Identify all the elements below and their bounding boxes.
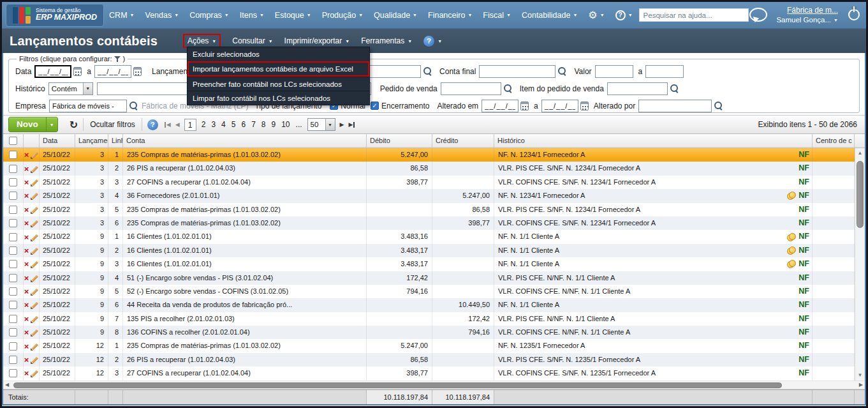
horizontal-scrollbar[interactable]: ◀ ▶ — [3, 381, 865, 389]
delete-row-icon[interactable]: × — [24, 219, 29, 227]
search-icon[interactable] — [503, 84, 513, 93]
historico-operator-select[interactable]: Contém▼ — [48, 82, 93, 95]
delete-row-icon[interactable]: × — [24, 233, 29, 241]
table-row[interactable]: ×25/10/2236235 Compras de matérias-prima… — [3, 216, 865, 230]
page-3[interactable]: 3 — [210, 120, 216, 129]
delete-row-icon[interactable]: × — [24, 192, 29, 200]
row-checkbox[interactable] — [9, 178, 17, 186]
settings-menu[interactable]: ⚙▼ — [588, 10, 604, 20]
first-page-button[interactable]: ◀ — [165, 121, 171, 128]
nf-badge[interactable]: NF — [798, 285, 809, 298]
nf-badge[interactable]: NF — [798, 339, 809, 352]
horizontal-scroll-thumb[interactable] — [13, 382, 782, 388]
menu-item-excluir-selecionados[interactable]: Excluir selecionados — [188, 47, 369, 61]
logout-power-icon[interactable] — [848, 9, 860, 20]
ferramentas-menu-button[interactable]: Ferramentas▼ — [361, 36, 412, 45]
filters-legend[interactable]: Filtros (clique para configurar:) — [17, 55, 128, 63]
novo-split-arrow[interactable]: ▼ — [46, 117, 57, 132]
row-checkbox[interactable] — [9, 260, 17, 268]
delete-row-icon[interactable]: × — [24, 328, 29, 336]
menu-item-limpar-fato-contabil[interactable]: Limpar fato contábil nos LCs selecionado… — [188, 91, 369, 105]
page-2[interactable]: 2 — [201, 120, 207, 129]
refresh-icon[interactable]: ↻ — [64, 119, 83, 131]
page-help-button[interactable]: ?▼ — [423, 36, 442, 47]
scroll-left-icon[interactable]: ◀ — [5, 381, 9, 389]
menu-item-preencher-fato-contabil[interactable]: Preencher fato contábil nos LCs selecion… — [188, 77, 369, 91]
item-pedido-input[interactable] — [607, 82, 668, 95]
delete-row-icon[interactable]: × — [24, 342, 29, 351]
topbar-menu-compras[interactable]: Compras▼ — [189, 11, 229, 20]
delete-row-icon[interactable]: × — [24, 151, 29, 159]
user-menu[interactable]: Samuel Gonça...▼ — [776, 15, 838, 26]
search-icon[interactable] — [670, 84, 679, 93]
delete-row-icon[interactable]: × — [24, 287, 29, 296]
edit-row-icon[interactable] — [30, 301, 38, 309]
nf-badge[interactable]: NF — [798, 203, 809, 216]
page-9[interactable]: 9 — [271, 120, 277, 129]
topbar-menu-financeiro[interactable]: Financeiro▼ — [428, 11, 472, 20]
table-row[interactable]: ×25/10/22121235 Compras de matérias-prim… — [3, 339, 865, 352]
row-checkbox[interactable] — [9, 206, 17, 214]
table-row[interactable]: ×25/10/2212226 PIS a recuperar (1.01.02.… — [3, 353, 865, 366]
nf-badge[interactable]: NF — [798, 230, 809, 243]
row-checkbox[interactable] — [9, 328, 17, 336]
nf-badge[interactable]: NF — [798, 298, 809, 312]
nf-badge[interactable]: NF — [798, 257, 809, 271]
topbar-menu-contabilidade[interactable]: Contabilidade▼ — [522, 11, 577, 20]
novo-button[interactable]: Novo ▼ — [8, 117, 58, 132]
empresa-input[interactable] — [49, 100, 127, 112]
nf-badge[interactable]: NF — [798, 162, 809, 175]
col-lancamento[interactable]: Lançamento — [75, 134, 108, 147]
menu-item-importar-lancamentos-excel[interactable]: Importar lançamentos contábeis de arquiv… — [188, 61, 369, 77]
row-checkbox[interactable] — [9, 274, 17, 282]
table-row[interactable]: ×25/10/2297135 PIS a recolher (2.01.02.0… — [3, 312, 865, 326]
topbar-menu-fiscal[interactable]: Fiscal▼ — [483, 11, 511, 20]
acoes-menu-button[interactable]: Ações▼ — [183, 34, 221, 48]
nf-badge[interactable]: NF — [798, 312, 809, 326]
page-1-current[interactable]: 1 — [184, 119, 196, 131]
erp-maxiprod-logo[interactable]: Sistema de gestão ERP MAXIPROD — [6, 4, 104, 27]
topbar-menu-crm[interactable]: CRM▼ — [109, 11, 134, 20]
col-credito[interactable]: Crédito — [432, 134, 494, 147]
edit-row-icon[interactable] — [30, 369, 38, 377]
ocultar-filtros-button[interactable]: Ocultar filtros — [84, 117, 142, 132]
col-linha[interactable]: Linha — [108, 134, 123, 147]
row-checkbox[interactable] — [9, 233, 17, 241]
search-icon[interactable] — [129, 101, 138, 110]
vertical-scrollbar[interactable]: ▲ ▼ — [855, 148, 865, 381]
delete-row-icon[interactable]: × — [24, 356, 29, 364]
calendar-icon[interactable] — [133, 67, 142, 76]
delete-row-icon[interactable]: × — [24, 369, 29, 377]
table-row[interactable]: ×25/10/229644 Receita da venda de produt… — [3, 298, 865, 312]
topbar-menu-itens[interactable]: Itens▼ — [240, 11, 264, 20]
page-10[interactable]: 10 — [281, 120, 290, 129]
edit-row-icon[interactable] — [30, 342, 38, 351]
table-row[interactable]: ×25/10/223226 PIS a recuperar (1.01.02.0… — [3, 162, 865, 175]
data-final-input[interactable] — [94, 65, 131, 78]
help-search-input[interactable] — [639, 8, 749, 22]
edit-row-icon[interactable] — [30, 206, 38, 214]
table-row[interactable]: ×25/10/229116 Clientes (1.01.02.01.01)3.… — [3, 230, 865, 243]
data-inicial-input[interactable] — [34, 65, 71, 78]
nf-badge[interactable]: NF — [798, 148, 809, 162]
col-debito[interactable]: Débito — [367, 134, 432, 147]
row-checkbox[interactable] — [9, 301, 17, 309]
edit-row-icon[interactable] — [30, 233, 38, 241]
edit-row-icon[interactable] — [30, 151, 38, 159]
vertical-scroll-thumb[interactable] — [857, 161, 864, 228]
topbar-menu-producao[interactable]: Produção▼ — [322, 11, 363, 20]
row-checkbox[interactable] — [9, 219, 17, 227]
scroll-right-icon[interactable]: ▶ — [859, 381, 863, 389]
nf-badge[interactable]: NF — [798, 353, 809, 366]
conta-final-input[interactable] — [479, 65, 555, 78]
row-checkbox[interactable] — [9, 287, 17, 296]
delete-row-icon[interactable]: × — [24, 260, 29, 268]
delete-row-icon[interactable]: × — [24, 178, 29, 186]
encerramento-checkbox[interactable]: ✓ — [371, 102, 379, 110]
search-icon[interactable] — [423, 66, 432, 76]
table-row[interactable]: ×25/10/2235235 Compras de matérias-prima… — [3, 203, 865, 216]
nf-badge[interactable]: NF — [798, 189, 809, 202]
row-checkbox[interactable] — [9, 165, 17, 173]
row-checkbox[interactable] — [9, 192, 17, 200]
page-7[interactable]: 7 — [251, 120, 256, 129]
